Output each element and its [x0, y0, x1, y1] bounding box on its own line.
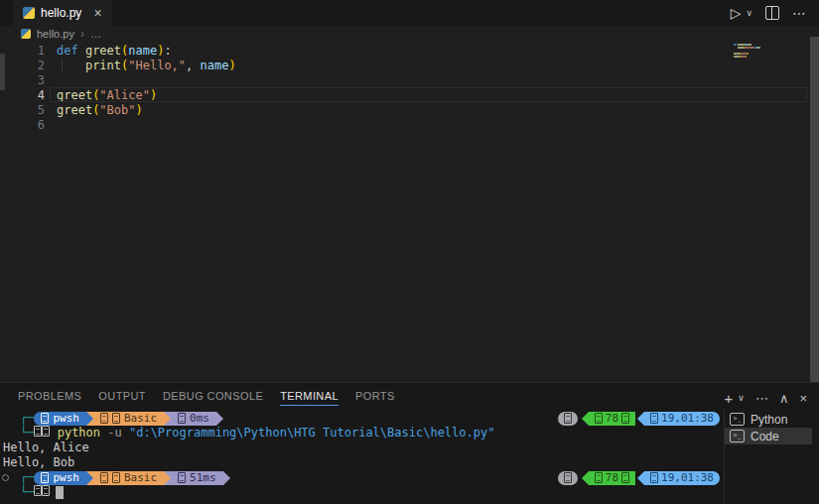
- new-terminal-button[interactable]: +: [725, 390, 734, 407]
- editor-actions: ▷ ∨ ⋯: [731, 0, 819, 26]
- line-number[interactable]: 5: [0, 103, 45, 118]
- missing-glyph-icon: [650, 413, 658, 424]
- missing-glyph-icon: [650, 472, 658, 483]
- clock-value: 19,01:38: [661, 411, 714, 426]
- code-token: greet: [57, 103, 92, 117]
- segment-label: pwsh: [53, 411, 79, 426]
- command-token: python: [58, 426, 100, 440]
- prompt-badges: 7819,01:38: [558, 470, 720, 485]
- line-number[interactable]: 4: [0, 88, 45, 103]
- code-line-6[interactable]: [57, 118, 725, 133]
- line-number[interactable]: 6: [0, 118, 45, 133]
- prompt-segment: pwsh: [34, 471, 86, 485]
- terminal-icon: [730, 430, 745, 442]
- close-panel-icon[interactable]: ×: [799, 391, 807, 406]
- split-editor-icon[interactable]: [765, 6, 779, 20]
- close-tab-icon[interactable]: ×: [93, 6, 101, 20]
- missing-glyph-icon: [41, 413, 49, 424]
- code-token: ): [135, 103, 142, 117]
- code-line-3[interactable]: [57, 73, 725, 88]
- missing-glyph-icon: [42, 426, 50, 437]
- terminal-prompt-row[interactable]: ┌─pwshBasic0ms7819,01:38: [0, 411, 724, 426]
- missing-glyph-icon: [100, 413, 108, 424]
- panel-tab-problems[interactable]: PROBLEMS: [18, 390, 81, 406]
- line-number[interactable]: 1: [0, 44, 45, 59]
- battery-badge: 78: [582, 471, 635, 485]
- terminal-command-row[interactable]: └─ python -u "d:\Programming\Python\HTG …: [0, 426, 724, 441]
- run-dropdown-icon[interactable]: ∨: [746, 8, 752, 18]
- line-number-gutter[interactable]: 123456: [0, 44, 45, 133]
- code-token: ): [150, 88, 157, 102]
- code-editor[interactable]: 123456 def greet(name): print("Hello,", …: [0, 42, 819, 382]
- code-token: [78, 44, 85, 58]
- minimap-line: [734, 44, 810, 46]
- line-number[interactable]: 2: [0, 59, 45, 73]
- missing-glyph-icon: [621, 472, 629, 483]
- output-text: Hello, Alice: [3, 441, 89, 454]
- segment-label: pwsh: [53, 470, 79, 485]
- code-token: "Hello,": [128, 59, 186, 72]
- code-line-2[interactable]: print("Hello,", name): [57, 59, 725, 73]
- prompt-bracket: ┌─: [20, 411, 34, 425]
- code-token: def: [57, 44, 78, 58]
- prompt-bracket: └─: [20, 426, 34, 440]
- terminal-prompt-row[interactable]: ┌─pwshBasic51ms7819,01:38: [0, 470, 724, 485]
- left-edge-strip: [0, 54, 5, 90]
- code-token: :: [164, 44, 171, 58]
- terminal-output-row[interactable]: Hello, Alice: [0, 441, 724, 455]
- prompt-bracket: └─: [20, 485, 34, 499]
- minimap-line: [734, 53, 810, 55]
- code-token: greet: [85, 44, 121, 58]
- missing-glyph-icon: [595, 413, 603, 424]
- code-line-5[interactable]: greet("Bob"): [57, 103, 725, 118]
- powerline-arrow-icon: [582, 412, 589, 426]
- prompt-segment: pwsh: [34, 412, 86, 426]
- run-python-file-button[interactable]: ▷: [731, 5, 742, 21]
- panel-tab-debug-console[interactable]: DEBUG CONSOLE: [163, 390, 263, 406]
- breadcrumb-file[interactable]: hello.py: [37, 28, 74, 40]
- code-token: print: [85, 59, 121, 72]
- output-text: Hello, Bob: [3, 455, 74, 469]
- missing-glyph-icon: [41, 472, 49, 483]
- panel-body: ┌─pwshBasic0ms7819,01:38└─ python -u "d:…: [0, 409, 819, 504]
- terminal-list-item-python[interactable]: Python: [725, 411, 812, 428]
- clock-badge-body: 19,01:38: [644, 412, 720, 426]
- powerline-arrow-icon: [637, 412, 644, 426]
- terminal-dropdown-icon[interactable]: ∨: [738, 393, 745, 403]
- maximize-panel-icon[interactable]: ∧: [779, 391, 789, 406]
- code-token: name: [128, 44, 157, 58]
- session-badge: [558, 412, 578, 426]
- session-badge: [558, 471, 578, 485]
- minimap[interactable]: [731, 44, 810, 384]
- code-token: name: [201, 59, 229, 72]
- tab-hello-py[interactable]: hello.py ×: [13, 0, 112, 26]
- editor-more-actions-icon[interactable]: ⋯: [792, 5, 806, 21]
- code-line-1[interactable]: def greet(name):: [57, 44, 725, 59]
- clock-value: 19,01:38: [661, 470, 714, 485]
- minimap-line: [734, 56, 810, 58]
- breadcrumb-symbol[interactable]: …: [90, 28, 101, 40]
- powerline-arrow-icon: [637, 471, 644, 485]
- terminal-view[interactable]: ┌─pwshBasic0ms7819,01:38└─ python -u "d:…: [0, 409, 724, 504]
- panel-more-actions-icon[interactable]: ⋯: [755, 391, 768, 406]
- code-area[interactable]: def greet(name): print("Hello,", name)gr…: [57, 44, 725, 133]
- panel-tab-terminal[interactable]: TERMINAL: [280, 390, 339, 406]
- prompt-segment: 0ms: [171, 412, 216, 426]
- code-line-4[interactable]: greet("Alice"): [57, 88, 725, 103]
- terminal-list-item-code[interactable]: Code: [725, 428, 812, 444]
- panel-tab-ports[interactable]: PORTS: [355, 390, 395, 406]
- powerline-arrow-icon: [223, 471, 230, 485]
- segment-label: Basic: [124, 470, 157, 485]
- minimap-line: [734, 47, 810, 49]
- editor-tab-bar: hello.py × ▷ ∨ ⋯: [0, 0, 819, 26]
- terminal-list-label: Code: [751, 430, 779, 443]
- prompt-segments: pwshBasic0ms: [34, 411, 223, 426]
- command-decoration-icon[interactable]: [2, 474, 9, 481]
- panel-tab-output[interactable]: OUTPUT: [98, 390, 146, 406]
- editor-scrollbar[interactable]: [810, 37, 819, 382]
- line-number[interactable]: 3: [0, 73, 45, 88]
- breadcrumb[interactable]: hello.py › …: [0, 26, 819, 42]
- terminal-output-row[interactable]: Hello, Bob: [0, 455, 724, 470]
- minimap-token: [748, 53, 749, 55]
- terminal-cursor-row[interactable]: └─: [0, 485, 724, 500]
